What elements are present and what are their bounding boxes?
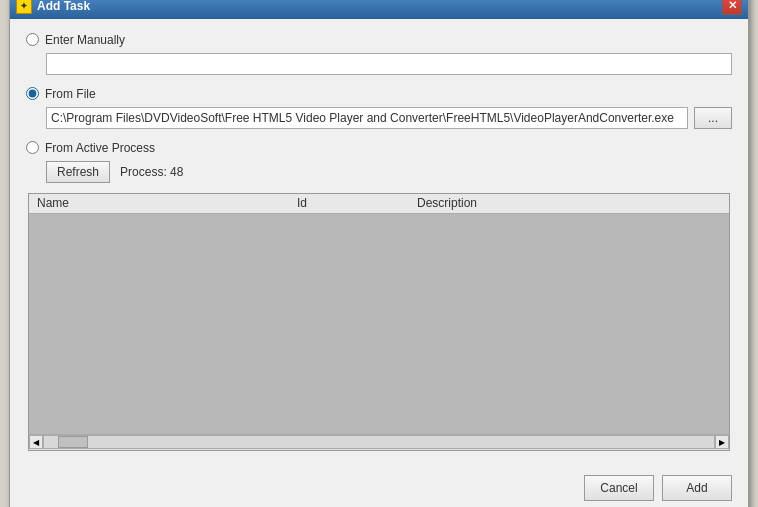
from-file-label: From File — [45, 87, 96, 101]
col-id-header: Id — [293, 196, 413, 210]
process-row: Refresh Process: 48 — [46, 161, 732, 183]
col-name-header: Name — [33, 196, 293, 210]
scroll-right-arrow[interactable]: ▶ — [715, 435, 729, 449]
refresh-button[interactable]: Refresh — [46, 161, 110, 183]
title-bar-left: ✦ Add Task — [16, 0, 90, 14]
from-file-radio[interactable] — [26, 87, 39, 100]
from-file-input-row: ... — [46, 107, 732, 129]
file-path-input[interactable] — [46, 107, 688, 129]
process-table-container: Name Id Description ◀ ▶ — [28, 193, 730, 451]
cancel-button[interactable]: Cancel — [584, 475, 654, 501]
scroll-track[interactable] — [43, 435, 715, 449]
title-bar: ✦ Add Task ✕ — [10, 0, 748, 19]
title-buttons: ✕ — [722, 0, 742, 15]
enter-manually-section: Enter Manually — [26, 33, 732, 75]
browse-button[interactable]: ... — [694, 107, 732, 129]
add-button[interactable]: Add — [662, 475, 732, 501]
enter-manually-row: Enter Manually — [26, 33, 732, 47]
enter-manually-input-row — [46, 53, 732, 75]
enter-manually-radio[interactable] — [26, 33, 39, 46]
enter-manually-input[interactable] — [46, 53, 732, 75]
table-body[interactable] — [29, 214, 729, 434]
from-active-process-section: From Active Process Refresh Process: 48 — [26, 141, 732, 183]
from-active-process-radio[interactable] — [26, 141, 39, 154]
col-desc-header: Description — [413, 196, 725, 210]
horizontal-scrollbar[interactable]: ◀ ▶ — [29, 434, 729, 450]
from-file-section: From File ... — [26, 87, 732, 129]
process-count: Process: 48 — [120, 165, 183, 179]
add-task-dialog: ✦ Add Task ✕ Enter Manually From File — [9, 0, 749, 507]
window-icon: ✦ — [16, 0, 32, 14]
close-button[interactable]: ✕ — [722, 0, 742, 15]
dialog-footer: Cancel Add — [10, 465, 748, 508]
from-active-process-label: From Active Process — [45, 141, 155, 155]
window-title: Add Task — [37, 0, 90, 13]
scroll-thumb[interactable] — [58, 436, 88, 448]
from-file-row: From File — [26, 87, 732, 101]
scroll-left-arrow[interactable]: ◀ — [29, 435, 43, 449]
table-header: Name Id Description — [29, 194, 729, 214]
from-active-process-row: From Active Process — [26, 141, 732, 155]
dialog-content: Enter Manually From File ... From Active… — [10, 19, 748, 465]
enter-manually-label: Enter Manually — [45, 33, 125, 47]
